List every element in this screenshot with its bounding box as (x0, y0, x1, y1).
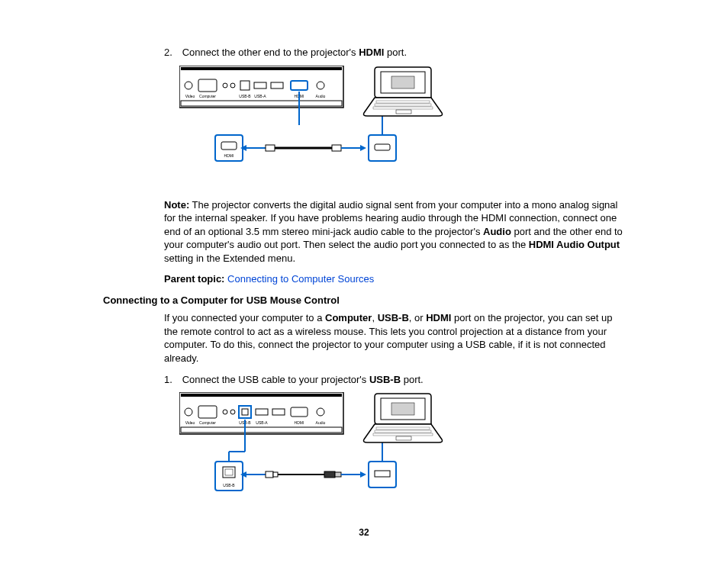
svg-text:USB-B: USB-B (239, 94, 251, 98)
document-page: 2. Connect the other end to the projecto… (0, 0, 728, 563)
svg-rect-26 (332, 145, 341, 151)
svg-rect-46 (242, 409, 248, 415)
svg-rect-20 (221, 142, 237, 150)
svg-rect-66 (266, 471, 273, 478)
svg-rect-2 (181, 101, 342, 106)
svg-rect-70 (335, 472, 341, 477)
svg-rect-4 (198, 79, 217, 92)
svg-point-41 (185, 408, 192, 416)
figure-usb-connection: Video Computer USB-B USB-A HDMI Audio US… (179, 392, 625, 514)
svg-text:USB-A: USB-A (254, 94, 266, 98)
svg-rect-24 (266, 145, 275, 151)
svg-text:Video: Video (185, 94, 195, 98)
hdmi-diagram-svg: Video Computer USB-B USB-A HDMI Audio HD… (179, 66, 462, 188)
svg-rect-47 (256, 409, 268, 415)
svg-rect-1 (181, 67, 342, 70)
step-number: 1. (164, 373, 179, 387)
svg-rect-37 (396, 110, 411, 114)
svg-text:Computer: Computer (199, 94, 216, 98)
parent-topic-link[interactable]: Connecting to Computer Sources (227, 273, 374, 285)
svg-rect-9 (271, 82, 283, 88)
note-block: Note: The projector converts the digital… (164, 198, 625, 265)
svg-point-5 (223, 83, 227, 88)
page-number: 32 (0, 526, 728, 539)
svg-rect-8 (254, 82, 266, 88)
svg-text:Audio: Audio (316, 94, 326, 98)
svg-text:HDMI: HDMI (224, 153, 234, 158)
svg-rect-7 (240, 81, 250, 90)
note-label: Note: (164, 199, 189, 211)
parent-topic: Parent topic: Connecting to Computer Sou… (164, 272, 625, 286)
svg-marker-72 (360, 471, 366, 478)
svg-rect-67 (273, 472, 278, 477)
svg-text:Computer: Computer (199, 420, 216, 425)
svg-rect-39 (181, 394, 342, 397)
svg-rect-69 (324, 471, 335, 478)
svg-point-6 (230, 83, 235, 88)
figure-hdmi-connection: Video Computer USB-B USB-A HDMI Audio HD… (179, 66, 625, 188)
svg-point-11 (317, 82, 324, 89)
svg-rect-79 (375, 430, 431, 433)
step-2: 2. Connect the other end to the projecto… (164, 46, 625, 60)
svg-text:Video: Video (185, 420, 195, 425)
intro-paragraph: If you connected your computer to a Comp… (164, 311, 625, 365)
svg-rect-42 (198, 406, 217, 418)
svg-marker-28 (360, 145, 366, 151)
svg-text:HDMI: HDMI (295, 420, 304, 425)
usb-diagram-svg: Video Computer USB-B USB-A HDMI Audio US… (179, 392, 462, 514)
svg-rect-40 (181, 427, 342, 433)
svg-rect-30 (375, 144, 390, 150)
svg-text:USB-B: USB-B (223, 483, 235, 487)
svg-point-50 (317, 408, 324, 416)
step-number: 2. (164, 46, 179, 60)
svg-rect-74 (375, 471, 390, 477)
section-heading: Connecting to a Computer for USB Mouse C… (103, 294, 625, 307)
svg-rect-77 (391, 403, 414, 415)
step-text: Connect the other end to the projector's… (182, 47, 407, 58)
svg-rect-34 (376, 101, 430, 103)
svg-rect-62 (225, 469, 233, 475)
svg-rect-81 (396, 436, 411, 440)
svg-rect-33 (391, 76, 414, 88)
svg-text:USB-A: USB-A (256, 420, 268, 425)
svg-rect-49 (291, 407, 308, 417)
svg-rect-48 (272, 409, 285, 415)
step-1: 1. Connect the USB cable to your project… (164, 373, 625, 387)
svg-rect-35 (375, 104, 431, 106)
svg-text:Audio: Audio (316, 420, 326, 425)
svg-rect-36 (373, 107, 433, 109)
svg-point-43 (223, 410, 227, 414)
svg-rect-78 (376, 427, 430, 429)
svg-rect-10 (291, 81, 308, 90)
step-text: Connect the USB cable to your projector'… (182, 374, 424, 385)
svg-point-44 (230, 410, 235, 414)
svg-point-3 (185, 82, 192, 89)
svg-rect-80 (373, 433, 433, 436)
parent-topic-label: Parent topic: (164, 273, 224, 285)
